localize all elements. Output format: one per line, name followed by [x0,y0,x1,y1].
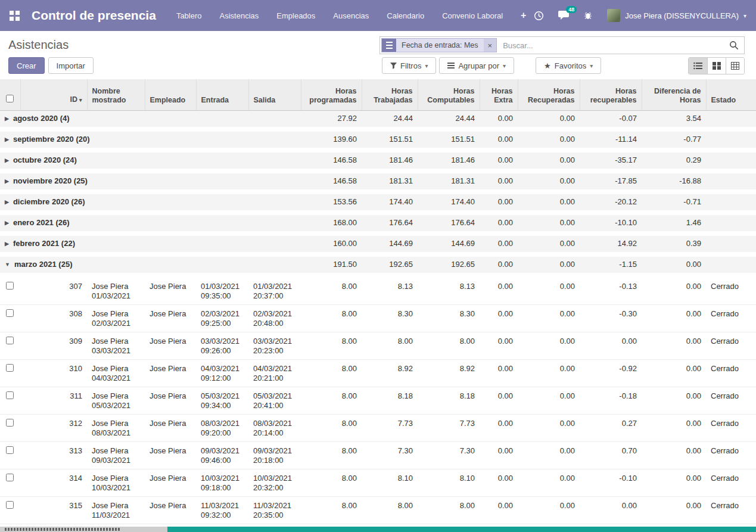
row-checkbox-cell [0,359,20,387]
column-header-extra-hours[interactable]: Horas Extra [480,79,518,110]
chevron-down-icon: ▾ [425,63,428,69]
group-aggregate-cell: -17.85 [580,171,642,192]
cell-state: Cerrado [706,275,756,305]
nav-item-tablero[interactable]: Tablero [176,11,202,20]
import-button[interactable]: Importar [48,57,94,74]
kanban-view-icon [713,62,721,70]
bug-icon[interactable] [583,11,593,20]
group-row[interactable]: ▶octubre 2020 (24)146.58181.46181.460.00… [0,150,756,171]
group-state-cell [706,150,756,171]
column-header-display-name[interactable]: Nombre mostrado [87,79,145,110]
cell-check-in: 09/03/2021 09:46:00 [196,441,248,469]
cell-check-in: 08/03/2021 09:20:00 [196,414,248,441]
column-header-check-out[interactable]: Salida [248,79,301,110]
search-icon[interactable] [724,37,744,54]
row-checkbox[interactable] [6,309,14,317]
row-checkbox[interactable] [6,337,14,344]
cell-hours: 8.13 [362,275,418,305]
cell-hours: 8.00 [362,496,418,524]
row-checkbox[interactable] [6,501,14,509]
nav-item-ausencias[interactable]: Ausencias [333,11,369,20]
group-aggregate-cell: 160.00 [301,234,362,254]
cell-state: Cerrado [706,387,756,414]
group-aggregate-cell: 0.39 [642,234,706,254]
table-row[interactable]: 315Jose Piera 11/03/2021Jose Piera11/03/… [0,496,756,524]
group-row[interactable]: ▶enero 2021 (26)168.00176.64176.640.000.… [0,213,756,234]
cell-hours: 0.00 [480,304,518,332]
filters-button[interactable]: Filtros ▾ [382,57,436,74]
column-header-employee[interactable]: Empleado [145,79,196,110]
group-aggregate-cell: 0.00 [518,110,580,129]
cell-hours: 0.00 [518,304,580,332]
nav-plus-icon[interactable]: + [521,10,526,21]
cell-employee: Jose Piera [145,359,196,387]
cell-state: Cerrado [706,332,756,359]
cell-hours: -0.13 [580,275,642,305]
user-menu[interactable]: Jose Piera (DISSENYCULLERA) ▾ [607,9,746,22]
table-row[interactable]: 308Jose Piera 02/03/2021Jose Piera02/03/… [0,304,756,332]
favorites-button[interactable]: ★ Favoritos ▾ [536,57,601,74]
column-header-scheduled-hours[interactable]: Horas programadas [301,79,362,110]
search-input[interactable] [498,37,724,54]
group-state-cell [706,129,756,150]
group-label: enero 2021 (26) [13,218,70,227]
table-row[interactable]: 309Jose Piera 03/03/2021Jose Piera03/03/… [0,332,756,359]
column-header-recoverable-hours[interactable]: Horas recuperables [580,79,642,110]
select-all-checkbox[interactable] [6,95,14,102]
activities-clock-icon[interactable] [534,11,544,21]
chevron-down-icon: ▾ [590,63,593,69]
group-row[interactable]: ▶febrero 2021 (22)160.00144.69144.690.00… [0,234,756,254]
table-row[interactable]: 310Jose Piera 04/03/2021Jose Piera04/03/… [0,359,756,387]
group-row[interactable]: ▶agosto 2020 (4)27.9224.4424.440.000.00-… [0,110,756,129]
cell-state: Cerrado [706,414,756,441]
row-checkbox[interactable] [6,419,14,427]
cell-check-out: 01/03/2021 20:37:00 [248,275,301,305]
group-aggregate-cell: 139.60 [301,129,362,150]
column-header-computable-hours[interactable]: Horas Computables [418,79,480,110]
table-row[interactable]: 307Jose Piera 01/03/2021Jose Piera01/03/… [0,275,756,305]
column-header-hours-difference[interactable]: Diferencia de Horas [642,79,706,110]
nav-item-empleados[interactable]: Empleados [276,11,315,20]
messages-icon[interactable]: 48 [558,11,569,20]
group-row[interactable]: ▶noviembre 2020 (25)146.58181.31181.310.… [0,171,756,192]
column-header-recovered-hours[interactable]: Horas Recuperadas [518,79,580,110]
row-checkbox-cell [0,275,20,305]
row-checkbox[interactable] [6,474,14,481]
column-header-state[interactable]: Estado [706,79,756,110]
row-checkbox[interactable] [6,364,14,372]
view-list-button[interactable] [689,58,707,74]
group-row[interactable]: ▶septiembre 2020 (20)139.60151.51151.510… [0,129,756,150]
table-row[interactable]: 314Jose Piera 10/03/2021Jose Piera10/03/… [0,469,756,496]
group-by-button[interactable]: Agrupar por ▾ [439,57,514,74]
create-button[interactable]: Crear [8,57,45,74]
cell-display-name: Jose Piera 01/03/2021 [87,275,145,305]
cell-id: 310 [20,359,87,387]
group-aggregate-cell: 174.40 [362,192,418,213]
group-aggregate-cell: 0.00 [480,213,518,234]
row-checkbox[interactable] [6,446,14,454]
table-row[interactable]: 311Jose Piera 05/03/2021Jose Piera05/03/… [0,387,756,414]
cell-hours: 8.10 [418,469,480,496]
column-header-id[interactable]: ID▾ [20,79,87,110]
view-pivot-button[interactable] [726,58,744,74]
cell-hours: 8.13 [418,275,480,305]
row-checkbox[interactable] [6,282,14,290]
group-aggregate-cell: 0.00 [642,254,706,275]
group-row[interactable]: ▼marzo 2021 (25)191.50192.65192.650.000.… [0,254,756,275]
user-name: Jose Piera (DISSENYCULLERA) [625,11,739,20]
table-row[interactable]: 313Jose Piera 09/03/2021Jose Piera09/03/… [0,441,756,469]
nav-item-asistencias[interactable]: Asistencias [220,11,259,20]
column-header-worked-hours[interactable]: Horas Trabajadas [362,79,418,110]
group-aggregate-cell: -0.77 [642,129,706,150]
apps-grid-icon[interactable] [10,11,20,21]
nav-item-calendario[interactable]: Calendario [387,11,424,20]
column-header-check-in[interactable]: Entrada [196,79,248,110]
facet-close-icon[interactable]: × [484,39,497,52]
row-checkbox-cell [0,441,20,469]
table-row[interactable]: 312Jose Piera 08/03/2021Jose Piera08/03/… [0,414,756,441]
view-kanban-button[interactable] [707,58,726,74]
chevron-down-icon: ▾ [743,13,746,19]
nav-item-convenio-laboral[interactable]: Convenio Laboral [442,11,503,20]
group-row[interactable]: ▶diciembre 2020 (26)153.56174.40174.400.… [0,192,756,213]
row-checkbox[interactable] [6,391,14,399]
